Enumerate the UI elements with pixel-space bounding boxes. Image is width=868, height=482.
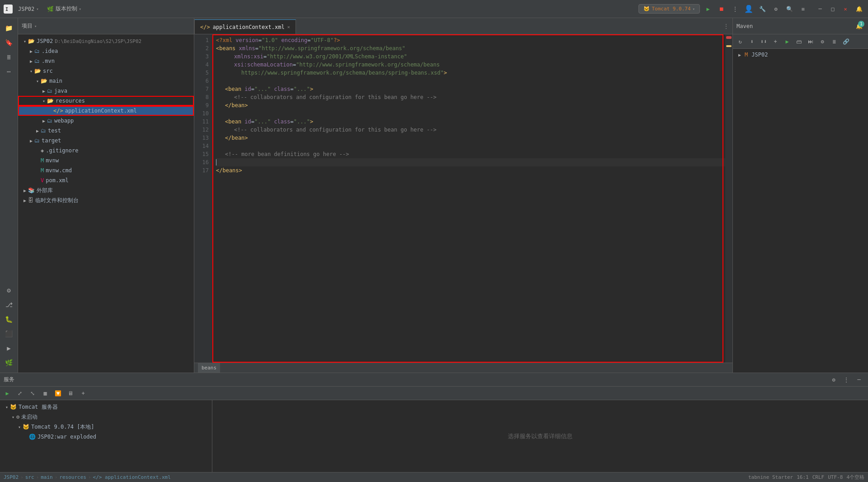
settings-icon[interactable]: ⚙ — [770, 4, 781, 14]
stop-button[interactable]: ⏹ — [716, 4, 727, 14]
services-grid-button[interactable]: ▦ — [40, 388, 51, 399]
not-started-label: 未启动 — [21, 413, 38, 421]
tree-test[interactable]: ▶ 🗂 test — [18, 126, 194, 136]
project-icon[interactable]: 📁 — [3, 22, 15, 34]
line-sep-label[interactable]: CRLF — [812, 474, 825, 480]
close-button[interactable]: ✕ — [840, 4, 851, 14]
run-button[interactable]: ▶ — [703, 4, 713, 14]
branch-icon[interactable]: 🌿 — [3, 356, 15, 369]
code-line-17: </beans> — [216, 166, 732, 175]
maven-refresh-button[interactable]: ↻ — [735, 36, 746, 47]
tree-main[interactable]: ▾ 📂 main — [18, 76, 194, 86]
maven-toggle-button[interactable]: 🗃 — [793, 36, 804, 47]
breadcrumb-resources[interactable]: resources — [59, 474, 86, 480]
tree-mvnw[interactable]: M mvnw — [18, 156, 194, 165]
tab-more-button[interactable]: ⋮ — [720, 23, 732, 29]
menu-project[interactable]: JSP02 ▾ — [14, 4, 42, 14]
services-run-button[interactable]: ▶ — [2, 388, 13, 399]
not-started-item[interactable]: ▾ ⚙ 未启动 — [0, 412, 212, 422]
warn-marker — [726, 45, 732, 47]
tree-resources[interactable]: ▾ 📂 resources — [18, 96, 194, 106]
code-line-5: https://www.springframework.org/schema/b… — [216, 69, 732, 77]
maven-project-item[interactable]: ▶ M JSP02 — [735, 51, 866, 59]
tree-webapp[interactable]: ▶ 🗂 webapp — [18, 116, 194, 126]
menu-icon[interactable]: ≡ — [798, 4, 808, 14]
wrench-icon[interactable]: 🔧 — [757, 4, 768, 14]
tomcat-version-item[interactable]: ▾ 🐱 Tomcat 9.0.74 [本地] — [0, 422, 212, 432]
war-exploded-item[interactable]: 🌐 JSP02:war exploded — [0, 432, 212, 442]
temp-files-icon: 🗄 — [28, 197, 33, 203]
services-view-button[interactable]: 🖥 — [65, 388, 76, 399]
service-detail-label: 选择服务以查看详细信息 — [508, 432, 572, 440]
maven-settings-button[interactable]: ⚙ — [817, 36, 828, 47]
maven-notification-button[interactable]: 🔔 1 — [854, 21, 864, 32]
search-icon[interactable]: 🔍 — [784, 4, 795, 14]
services-filter-button[interactable]: 🔽 — [52, 388, 63, 399]
tree-mvn[interactable]: ▶ 🗂 .mvn — [18, 56, 194, 66]
maven-download2-button[interactable]: ⬇⬇ — [758, 36, 769, 47]
notification-icon[interactable]: 🔔 — [854, 4, 864, 14]
run2-icon[interactable]: ▶ — [3, 342, 15, 354]
more-button[interactable]: ⋮ — [730, 4, 741, 14]
panel-chevron: ▾ — [34, 24, 37, 28]
tree-applicationcontext[interactable]: </> applicationContext.xml — [18, 106, 194, 116]
tree-pom[interactable]: V pom.xml — [18, 175, 194, 185]
code-line-7: <bean id="..." class="..."> — [216, 85, 732, 93]
tree-gitignore[interactable]: ◈ .gitignore — [18, 146, 194, 156]
menu-version-control[interactable]: 🌿 版本控制 ▾ — [43, 3, 85, 14]
encoding-label[interactable]: UTF-8 — [828, 474, 843, 480]
tree-arrow: ▶ — [28, 138, 34, 143]
services-collapse2-button[interactable]: ⤡ — [27, 388, 38, 399]
tree-temp-files[interactable]: ▶ 🗄 临时文件和控制台 — [18, 195, 194, 205]
terminal-icon[interactable]: ⬛ — [3, 327, 15, 340]
maven-more-button[interactable]: ≣ — [829, 36, 840, 47]
mvnwcmd-file-icon: M — [41, 167, 44, 174]
settings2-icon[interactable]: ⚙ — [3, 284, 15, 297]
target-folder-icon: 🗂 — [34, 137, 40, 144]
tree-mvnw-cmd[interactable]: M mvnw.cmd — [18, 165, 194, 175]
breadcrumb-src[interactable]: src — [25, 474, 34, 480]
code-line-15: <!-- more bean definitions go here --> — [216, 150, 732, 158]
structure-icon[interactable]: ≣ — [3, 51, 15, 63]
error-gutter — [725, 34, 732, 363]
tree-target[interactable]: ▶ 🗂 target — [18, 136, 194, 146]
debug-icon[interactable]: 🐛 — [3, 313, 15, 326]
user-icon[interactable]: 👤 — [743, 4, 754, 14]
bookmark-icon[interactable]: 🔖 — [3, 36, 15, 49]
src-folder-icon: 📂 — [34, 68, 41, 74]
breadcrumb-main[interactable]: main — [41, 474, 53, 480]
git-icon[interactable]: ⎇ — [3, 298, 15, 311]
tree-java[interactable]: ▶ 🗂 java — [18, 86, 194, 96]
maven-skip-button[interactable]: ⏭ — [805, 36, 816, 47]
code-content[interactable]: <?xml version="1.0" encoding="UTF-8"?> <… — [212, 34, 732, 363]
position-label[interactable]: 16:1 — [797, 474, 809, 480]
tomcat-server-item[interactable]: ▾ 🐱 Tomcat 服务器 — [0, 402, 212, 412]
indent-label[interactable]: 4个空格 — [846, 474, 864, 481]
maven-run-button[interactable]: ▶ — [782, 36, 793, 47]
tree-external-libs[interactable]: ▶ 📚 外部库 — [18, 185, 194, 195]
dots-icon[interactable]: ⋯ — [3, 65, 15, 78]
tab-close-button[interactable]: ✕ — [287, 24, 290, 29]
breadcrumb-project[interactable]: JSP02 — [4, 474, 19, 480]
services-more-button[interactable]: ⋮ — [841, 374, 852, 385]
breadcrumb-file[interactable]: </> applicationContext.xml — [93, 474, 171, 480]
svg-text:I: I — [5, 7, 8, 12]
notification-count: 1 — [858, 21, 864, 27]
services-expand-button[interactable]: ⤢ — [14, 388, 25, 399]
maven-add-button[interactable]: + — [770, 36, 781, 47]
maven-download-button[interactable]: ⬇ — [746, 36, 757, 47]
maximize-button[interactable]: □ — [827, 4, 838, 14]
tree-src[interactable]: ▾ 📂 src — [18, 66, 194, 76]
tomcat-button[interactable]: 🐱 Tomcat 9.0.74 ▾ — [638, 4, 700, 14]
tree-root[interactable]: ▾ 📂 JSP02 D:\BeiDaQingNiao\S2\JSP\JSP02 — [18, 36, 194, 46]
services-label: 服务 — [4, 376, 14, 383]
tree-idea[interactable]: ▶ 🗂 .idea — [18, 46, 194, 56]
maven-link-button[interactable]: 🔗 — [840, 36, 851, 47]
maven-content: ▶ M JSP02 — [733, 49, 868, 373]
editor-tab-applicationcontext[interactable]: </> applicationContext.xml ✕ — [194, 19, 296, 34]
services-content: ▾ 🐱 Tomcat 服务器 ▾ ⚙ 未启动 ▾ 🐱 Tomcat 9.0.74… — [0, 400, 868, 472]
minimize-button[interactable]: ─ — [815, 4, 826, 14]
services-add-button[interactable]: + — [78, 388, 89, 399]
services-collapse-button[interactable]: ─ — [854, 374, 864, 385]
services-settings-button[interactable]: ⚙ — [828, 374, 839, 385]
